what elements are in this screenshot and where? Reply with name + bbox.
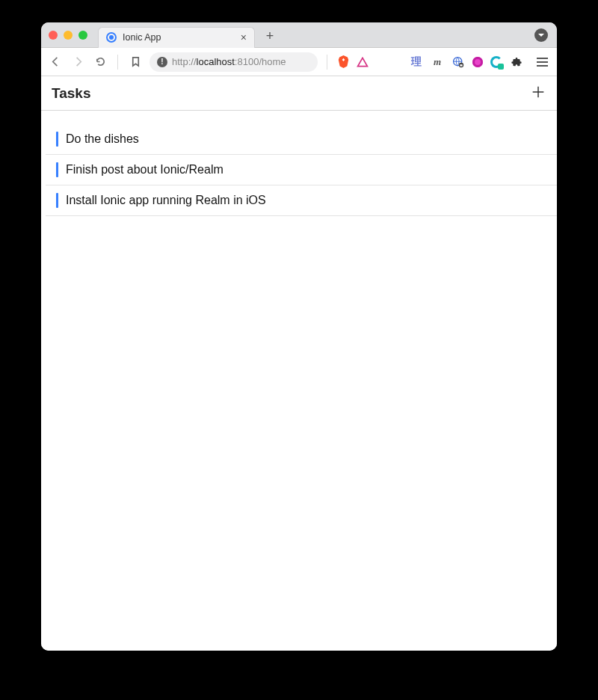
url-host: localhost [197, 56, 235, 67]
extension-m-icon[interactable]: m [431, 55, 444, 69]
task-accent-bar [56, 132, 58, 147]
forward-button[interactable] [70, 54, 86, 70]
task-item[interactable]: Finish post about Ionic/Realm [46, 155, 557, 185]
bookmark-button[interactable] [127, 54, 144, 70]
close-tab-button[interactable]: × [241, 31, 247, 43]
url-toolbar: ! http://localhost:8100/home 理 m [41, 48, 557, 76]
browser-window: Ionic App × + ! http://localhost:8100/ho… [41, 22, 557, 651]
url-scheme: http:// [172, 56, 197, 67]
extensions-tray: 理 m [410, 55, 523, 69]
back-button[interactable] [47, 54, 64, 70]
window-controls [49, 31, 87, 40]
new-tab-button[interactable]: + [259, 28, 280, 44]
page-title: Tasks [52, 85, 90, 102]
close-window-button[interactable] [49, 31, 58, 40]
extension-ri-icon[interactable]: 理 [410, 55, 423, 69]
titlebar-right [534, 28, 548, 42]
extensions-menu-icon[interactable] [510, 55, 523, 69]
task-accent-bar [56, 162, 58, 177]
minimize-window-button[interactable] [64, 31, 73, 40]
reload-button[interactable] [92, 54, 108, 70]
app-header: Tasks [41, 76, 557, 111]
task-title: Finish post about Ionic/Realm [66, 163, 224, 176]
separator [117, 55, 118, 70]
task-title: Install Ionic app running Realm in iOS [66, 194, 266, 207]
address-bar[interactable]: ! http://localhost:8100/home [150, 52, 318, 72]
browser-menu-button[interactable] [534, 55, 551, 70]
task-item[interactable]: Install Ionic app running Realm in iOS [46, 185, 557, 216]
task-list: Do the dishes Finish post about Ionic/Re… [41, 111, 557, 651]
brave-shields-icon[interactable] [336, 55, 350, 69]
titlebar: Ionic App × + [41, 22, 557, 48]
tab-title: Ionic App [123, 32, 235, 43]
task-title: Do the dishes [66, 132, 139, 146]
extension-pink-icon[interactable] [472, 57, 483, 67]
browser-tab[interactable]: Ionic App × [98, 27, 255, 48]
ionic-favicon-icon [106, 32, 117, 43]
profile-menu-button[interactable] [534, 28, 548, 42]
url-path: :8100/home [235, 56, 286, 67]
extension-swirl-icon[interactable] [490, 56, 502, 68]
task-item[interactable]: Do the dishes [46, 124, 557, 155]
site-info-icon[interactable]: ! [157, 57, 167, 67]
extension-globe-lock-icon[interactable] [451, 55, 465, 69]
extension-triangle-icon[interactable] [356, 55, 369, 69]
svg-rect-2 [460, 64, 462, 66]
maximize-window-button[interactable] [78, 31, 87, 40]
separator [327, 55, 327, 70]
add-task-button[interactable] [530, 84, 546, 103]
task-accent-bar [56, 193, 58, 208]
